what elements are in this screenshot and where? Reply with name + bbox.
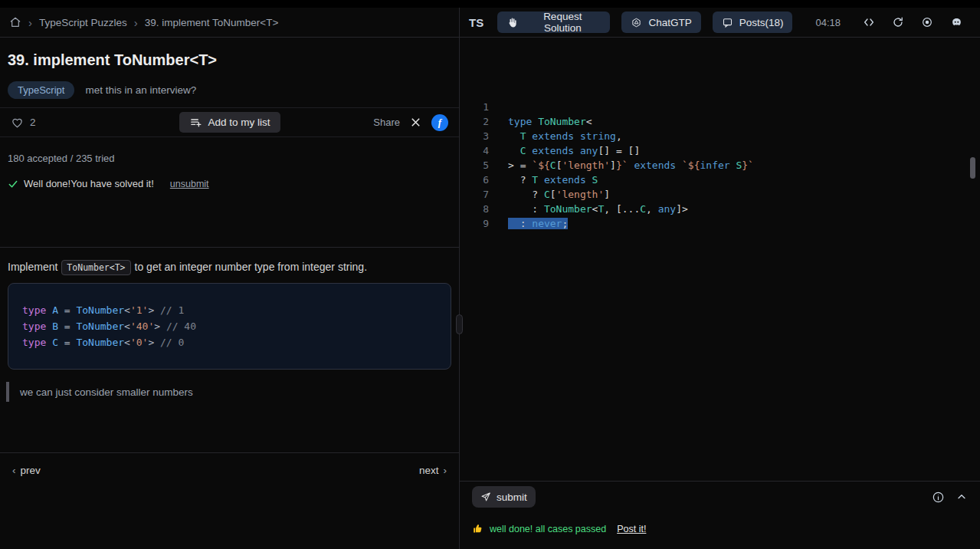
code-line[interactable]: 5> = `${C['length']}` extends `${infer S… [460, 158, 980, 173]
description-text: Implement [8, 261, 57, 273]
posts-label: Posts(18) [739, 17, 784, 28]
code-line[interactable]: 6 ? T extends S [460, 173, 980, 187]
chevron-left-icon: ‹ [12, 465, 16, 476]
divider [0, 452, 459, 453]
thumbs-up-icon [472, 523, 483, 534]
heart-icon [11, 117, 24, 129]
page-title: 39. implement ToNumber<T> [8, 51, 450, 69]
example-code-line: type B = ToNumber<'40'> // 40 [22, 318, 437, 334]
line-number: 6 [460, 173, 489, 187]
chevron-right-icon: › [444, 465, 447, 476]
example-code-block: type A = ToNumber<'1'> // 1type B = ToNu… [8, 283, 451, 370]
pane-resize-handle[interactable] [456, 314, 463, 334]
refresh-icon[interactable] [892, 16, 904, 28]
line-number: 1 [460, 100, 489, 114]
example-code-line: type A = ToNumber<'1'> // 1 [22, 302, 437, 318]
scrollbar-thumb[interactable] [970, 157, 975, 179]
request-solution-button[interactable]: Request Solution [497, 12, 610, 33]
action-toolbar: 2 Add to my list Share f [0, 107, 459, 137]
interview-note: met this in an interview? [85, 84, 196, 96]
code-line[interactable]: 7 ? C['length'] [460, 187, 980, 202]
line-number: 2 [460, 114, 489, 129]
playlist-add-icon [188, 116, 202, 129]
share-group: Share f [373, 114, 448, 131]
problem-panel: › TypeScript Puzzles › 39. implement ToN… [0, 8, 460, 549]
code-line[interactable]: 9 : never; [460, 216, 980, 231]
post-it-link[interactable]: Post it! [617, 523, 646, 534]
breadcrumb: › TypeScript Puzzles › 39. implement ToN… [0, 8, 459, 38]
breadcrumb-item-puzzles[interactable]: TypeScript Puzzles [39, 17, 127, 28]
check-icon [8, 179, 18, 189]
code-editor[interactable]: 12type ToNumber<3 T extends string,4 C e… [460, 38, 980, 481]
problem-description: ImplementToNumber<T>to get an integer nu… [8, 261, 451, 273]
line-number: 8 [460, 202, 489, 216]
breadcrumb-separator: › [134, 16, 138, 29]
editor-header: TS Request Solution ChatGTP Posts(18) [460, 8, 980, 38]
hint-text: we can just consider smaller numbers [20, 386, 193, 398]
breadcrumb-item-current[interactable]: 39. implement ToNumber<T> [145, 17, 279, 28]
posts-icon [722, 17, 733, 28]
header-icons [863, 16, 963, 28]
share-x-button[interactable] [410, 117, 421, 128]
chevron-up-icon[interactable] [955, 491, 968, 503]
code-line[interactable]: 8 : ToNumber<T, [...C, any]> [460, 202, 980, 216]
divider [0, 247, 459, 248]
submit-button[interactable]: submit [472, 486, 536, 508]
pager: ‹ prev next › [0, 461, 459, 479]
next-link[interactable]: next › [419, 465, 447, 476]
record-icon[interactable] [921, 16, 933, 28]
request-solution-label: Request Solution [524, 11, 601, 34]
solved-text: Well done!You have solved it! [24, 178, 154, 189]
add-to-list-label: Add to my list [208, 117, 270, 128]
acceptance-stats: 180 accepted / 235 tried [8, 153, 451, 164]
hint-quote: we can just consider smaller numbers [6, 382, 459, 402]
share-label: Share [373, 117, 400, 128]
tags-row: TypeScript met this in an interview? [8, 81, 451, 99]
next-label: next [419, 465, 439, 476]
chatgtp-button[interactable]: ChatGTP [621, 12, 700, 33]
hand-icon [506, 17, 518, 28]
facebook-icon: f [438, 117, 441, 129]
line-number: 4 [460, 143, 489, 158]
result-status: well done! all cases passed [490, 523, 606, 534]
home-icon[interactable] [9, 16, 21, 28]
bar-icons [932, 491, 968, 504]
prev-label: prev [21, 465, 41, 476]
like-count: 2 [30, 117, 36, 128]
description-text: to get an integer number type from integ… [135, 261, 368, 273]
code-line[interactable]: 1 [460, 100, 980, 114]
code-icon[interactable] [863, 16, 875, 28]
chatgtp-label: ChatGTP [648, 17, 691, 28]
example-code-line: type C = ToNumber<'0'> // 0 [22, 334, 437, 350]
info-icon[interactable] [932, 491, 945, 504]
unsubmit-link[interactable]: unsubmit [170, 179, 209, 189]
openai-icon [631, 17, 642, 28]
code-lines: 12type ToNumber<3 T extends string,4 C e… [460, 100, 980, 231]
timer: 04:18 [815, 17, 841, 28]
ts-logo: TS [469, 16, 483, 29]
discord-icon[interactable] [950, 16, 963, 28]
posts-button[interactable]: Posts(18) [713, 12, 793, 33]
tag-typescript[interactable]: TypeScript [8, 81, 74, 99]
submit-bar: submit [460, 481, 980, 512]
submit-label: submit [497, 491, 527, 503]
add-to-list-button[interactable]: Add to my list [179, 112, 280, 133]
status-bar: well done! all cases passed Post it! [460, 512, 980, 549]
code-line[interactable]: 3 T extends string, [460, 129, 980, 143]
line-number: 5 [460, 158, 489, 173]
code-line[interactable]: 4 C extends any[] = [] [460, 143, 980, 158]
like-button[interactable]: 2 [11, 117, 36, 129]
app-window: › TypeScript Puzzles › 39. implement ToN… [0, 8, 980, 549]
inline-code: ToNumber<T> [61, 260, 130, 275]
line-number: 3 [460, 129, 489, 143]
send-icon [480, 491, 491, 502]
line-number: 7 [460, 187, 489, 202]
share-facebook-button[interactable]: f [431, 114, 448, 131]
code-line[interactable]: 2type ToNumber< [460, 114, 980, 129]
line-number: 9 [460, 216, 489, 231]
prev-link[interactable]: ‹ prev [12, 465, 41, 476]
breadcrumb-separator: › [28, 16, 32, 29]
editor-panel: TS Request Solution ChatGTP Posts(18) [460, 8, 980, 549]
x-logo-icon [410, 117, 421, 128]
solved-row: Well done!You have solved it! unsubmit [8, 178, 451, 189]
